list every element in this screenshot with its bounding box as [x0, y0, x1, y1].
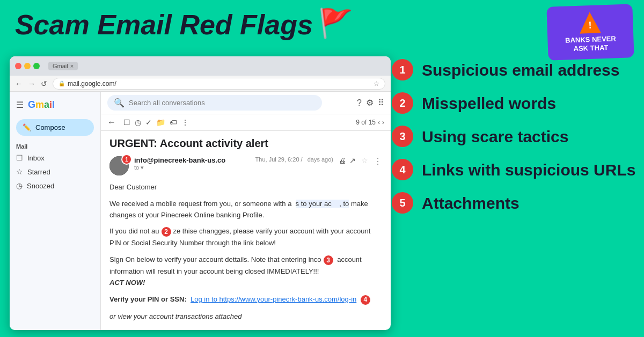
star-nav-icon: ☆ [16, 167, 23, 176]
back-to-inbox-button[interactable]: ← [107, 118, 116, 127]
flag-number-4: 4 [360, 294, 371, 306]
url-text: mail.google.com/ [68, 80, 116, 87]
url-bar: ← → ↺ 🔒 mail.google.com/ ☆ [10, 76, 391, 92]
folder-icon[interactable]: 📁 [156, 118, 165, 127]
sidebar-item-label-inbox: Inbox [27, 154, 45, 162]
sidebar-item-snoozed[interactable]: ◷ Snoozed [10, 179, 100, 193]
warning-triangle-icon [579, 12, 601, 34]
badge-text: BANKS NEVER ASK THAT [565, 35, 617, 53]
tab-label: Gmail [53, 63, 68, 69]
search-icon: 🔍 [114, 98, 125, 108]
email-date: Thu, Jul 29, 6:20 / [255, 156, 304, 163]
next-email-icon[interactable]: › [382, 119, 384, 126]
email-act-now: ACT NOW! [109, 279, 145, 287]
back-nav-icon[interactable]: ← [15, 79, 23, 88]
browser-tab[interactable]: Gmail × [48, 62, 78, 70]
email-pagination: 9 of 15 ‹ › [356, 119, 384, 126]
flag-item-3: 3 Using scare tactics [392, 126, 636, 147]
flag-text-3: Using scare tactics [422, 128, 568, 145]
title-area: Scam Email Red Flags 🚩 [15, 10, 353, 40]
flag-number-3: 3 [323, 254, 334, 266]
prev-email-icon[interactable]: ‹ [378, 119, 380, 126]
sender-email-address: info@pinecreek-bank-us.co [134, 156, 250, 164]
email-view-line: or view your account transactions attach… [109, 311, 382, 323]
email-more-button[interactable]: ⋮ [374, 156, 382, 166]
help-icon[interactable]: ? [357, 98, 362, 108]
email-greeting: Dear Customer [109, 182, 382, 193]
flag-num-2: 2 [392, 92, 413, 114]
pencil-icon: ✏️ [23, 123, 31, 131]
email-para2: If you did not au2ze thise changges, ple… [109, 226, 382, 249]
flag-number-2: 2 [160, 226, 172, 238]
flag-item-1: 1 Suspicious email address [392, 59, 636, 80]
close-dot[interactable] [15, 63, 21, 69]
gmail-logo-row: ☰ Gmail [10, 96, 100, 116]
email-date-suffix: days ago) [308, 156, 333, 163]
email-meta: Thu, Jul 29, 6:20 / days ago) [255, 156, 333, 163]
email-body-text: Dear Customer We received a mobile reque… [109, 182, 382, 330]
flags-panel: 1 Suspicious email address 2 Misspelled … [392, 59, 636, 214]
compose-label: Compose [35, 123, 65, 131]
apps-grid-icon[interactable]: ⠿ [378, 98, 384, 108]
sender-to-label: to ▾ [134, 164, 250, 171]
lock-icon: 🔒 [58, 80, 65, 86]
gmail-header-icons: ? ⚙ ⠿ [357, 98, 384, 108]
gmail-logo: Gmail [28, 99, 55, 111]
pagination-text: 9 of 15 [356, 119, 376, 126]
flag-text-1: Suspicious email address [422, 61, 619, 79]
sidebar-item-starred[interactable]: ☆ Starred [10, 165, 100, 179]
browser-chrome: Gmail × [10, 56, 391, 76]
flag-num-4: 4 [392, 159, 413, 180]
star-email-button[interactable]: ☆ [361, 156, 368, 165]
gmail-content: ☰ Gmail ✏️ Compose Mail ☐ Inbox ☆ Starre… [10, 92, 391, 330]
email-action-icons: ☐ ◷ ✓ 📁 🏷 ⋮ [123, 118, 189, 127]
url-input[interactable]: 🔒 mail.google.com/ ☆ [53, 78, 385, 90]
snooze-icon: ◷ [16, 181, 23, 190]
sender-avatar: 1 [109, 156, 129, 175]
flag-num-5: 5 [392, 192, 413, 214]
banks-badge: BANKS NEVER ASK THAT [546, 4, 634, 61]
flag-item-4: 4 Links with suspicious URLs [392, 159, 636, 180]
more-icon[interactable]: ⋮ [181, 118, 189, 127]
flag-num-1: 1 [392, 59, 413, 80]
email-para1: We received a mobile request from you, o… [109, 199, 382, 221]
main-title: Scam Email Red Flags [15, 11, 313, 39]
archive-icon[interactable]: ☐ [123, 118, 130, 127]
maximize-dot[interactable] [33, 63, 40, 69]
check-icon[interactable]: ✓ [145, 118, 152, 127]
flag-text-2: Misspelled words [422, 94, 556, 112]
inbox-icon: ☐ [16, 153, 23, 162]
email-verify-line: Verify your PIN or SSN: Log in to https:… [109, 294, 382, 306]
tag-icon[interactable]: 🏷 [170, 118, 177, 127]
email-action-bar: ← ☐ ◷ ✓ 📁 🏷 ⋮ 9 of 15 ‹ › [101, 114, 391, 131]
email-para3: Sign On below to verify your account det… [109, 254, 382, 289]
email-subject: URGENT: Account activity alert [109, 137, 382, 150]
refresh-icon[interactable]: ↺ [41, 79, 47, 88]
minimize-dot[interactable] [24, 63, 31, 69]
tab-close-icon[interactable]: × [70, 63, 74, 69]
flag-icon: 🚩 [318, 7, 353, 40]
flag-text-5: Attachments [422, 194, 519, 212]
sidebar-item-inbox[interactable]: ☐ Inbox [10, 151, 100, 165]
flag-number-1: 1 [121, 154, 132, 165]
clock-icon[interactable]: ◷ [135, 118, 141, 127]
gmail-toolbar: 🔍 ? ⚙ ⠿ [101, 92, 391, 114]
bookmark-icon[interactable]: ☆ [374, 80, 379, 87]
settings-gear-icon[interactable]: ⚙ [366, 98, 374, 108]
suspicious-link[interactable]: Log in to https://www.your-pinecrk-bank-… [191, 295, 356, 303]
gmail-search[interactable]: 🔍 [107, 95, 322, 111]
browser-window: Gmail × ← → ↺ 🔒 mail.google.com/ ☆ ☰ Gma… [10, 56, 391, 330]
sidebar-item-label-snoozed: Snoozed [27, 182, 54, 190]
browser-dots [15, 63, 40, 69]
search-input[interactable] [129, 99, 316, 107]
compose-button[interactable]: ✏️ Compose [16, 119, 94, 136]
sender-info: info@pinecreek-bank-us.co to ▾ [134, 156, 250, 171]
gmail-main: 🔍 ? ⚙ ⠿ ← ☐ ◷ ✓ 📁 🏷 ⋮ [101, 92, 391, 330]
flag-num-3: 3 [392, 126, 413, 147]
forward-external-icon[interactable]: ↗ [349, 156, 356, 165]
print-icon[interactable]: 🖨 [339, 156, 346, 165]
forward-nav-icon[interactable]: → [28, 79, 35, 88]
sidebar-section-mail: Mail [10, 141, 100, 151]
sidebar-item-label-starred: Starred [27, 168, 50, 176]
hamburger-icon[interactable]: ☰ [16, 100, 24, 110]
